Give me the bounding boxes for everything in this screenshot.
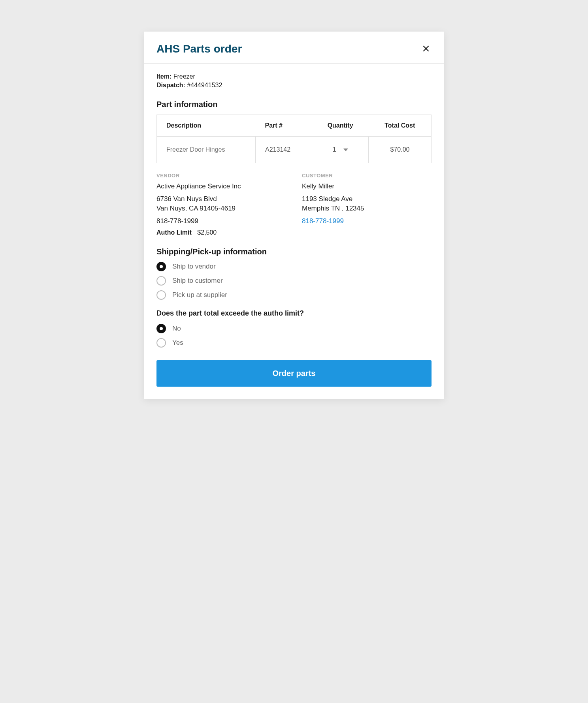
- vendor-address-line2: Van Nuys, CA 91405-4619: [156, 205, 236, 212]
- dispatch-value: #444941532: [185, 82, 222, 88]
- radio-label: Yes: [172, 339, 183, 347]
- radio-pickup-supplier[interactable]: Pick up at supplier: [156, 290, 432, 300]
- modal-body: Item: Freezer Dispatch: #444941532 Part …: [144, 64, 444, 399]
- radio-label: Ship to customer: [172, 277, 223, 285]
- customer-address-line2: Memphis TN , 12345: [302, 205, 364, 212]
- parts-table: Description Part # Quantity Total Cost F…: [156, 115, 432, 163]
- radio-label: Ship to vendor: [172, 263, 216, 271]
- vendor-phone: 818-778-1999: [156, 217, 286, 225]
- table-row: Freezer Door Hinges A213142 1 $70.00: [157, 137, 432, 163]
- item-label: Item:: [156, 73, 172, 80]
- autho-limit-value: $2,500: [197, 229, 217, 236]
- modal-header: AHS Parts order: [144, 32, 444, 64]
- close-icon: [422, 45, 430, 53]
- modal-title: AHS Parts order: [156, 43, 242, 55]
- radio-label: Pick up at supplier: [172, 291, 227, 299]
- col-header-description: Description: [157, 115, 256, 137]
- vendor-label: VENDOR: [156, 173, 286, 179]
- vendor-name: Active Appliance Service Inc: [156, 182, 286, 190]
- col-header-total-cost: Total Cost: [369, 115, 432, 137]
- customer-address: 1193 Sledge Ave Memphis TN , 12345: [302, 194, 432, 213]
- vendor-address-line1: 6736 Van Nuys Blvd: [156, 195, 217, 203]
- vendor-column: VENDOR Active Appliance Service Inc 6736…: [156, 173, 286, 236]
- order-parts-button[interactable]: Order parts: [156, 360, 432, 387]
- shipping-title: Shipping/Pick-up information: [156, 247, 432, 256]
- autho-limit-label: Autho Limit: [156, 229, 192, 236]
- exceed-question: Does the part total exceede the autho li…: [156, 309, 432, 318]
- cell-quantity: 1: [312, 137, 369, 163]
- chevron-down-icon: [343, 148, 348, 151]
- col-header-part-number: Part #: [256, 115, 312, 137]
- close-button[interactable]: [420, 43, 432, 55]
- radio-icon: [156, 276, 166, 286]
- exceed-radio-group: No Yes: [156, 324, 432, 348]
- radio-icon: [156, 290, 166, 300]
- cell-description: Freezer Door Hinges: [157, 137, 256, 163]
- customer-phone-link[interactable]: 818-778-1999: [302, 217, 432, 225]
- item-value: Freezer: [172, 73, 195, 80]
- customer-column: CUSTOMER Kelly Miller 1193 Sledge Ave Me…: [302, 173, 432, 236]
- parts-order-modal: AHS Parts order Item: Freezer Dispatch: …: [144, 32, 444, 399]
- dispatch-label: Dispatch:: [156, 82, 185, 88]
- radio-label: No: [172, 325, 181, 333]
- radio-exceed-no[interactable]: No: [156, 324, 432, 333]
- radio-icon: [156, 338, 166, 348]
- vendor-customer-row: VENDOR Active Appliance Service Inc 6736…: [156, 173, 432, 236]
- vendor-address: 6736 Van Nuys Blvd Van Nuys, CA 91405-46…: [156, 194, 286, 213]
- customer-label: CUSTOMER: [302, 173, 432, 179]
- customer-address-line1: 1193 Sledge Ave: [302, 195, 352, 203]
- col-header-quantity: Quantity: [312, 115, 369, 137]
- radio-exceed-yes[interactable]: Yes: [156, 338, 432, 348]
- item-meta: Item: Freezer: [156, 73, 432, 80]
- shipping-radio-group: Ship to vendor Ship to customer Pick up …: [156, 262, 432, 300]
- cell-part-number: A213142: [256, 137, 312, 163]
- part-info-title: Part information: [156, 100, 432, 109]
- cell-total-cost: $70.00: [369, 137, 432, 163]
- customer-name: Kelly Miller: [302, 182, 432, 190]
- dispatch-meta: Dispatch: #444941532: [156, 82, 432, 89]
- radio-ship-to-vendor[interactable]: Ship to vendor: [156, 262, 432, 271]
- quantity-value: 1: [333, 146, 336, 153]
- autho-limit: Autho Limit $2,500: [156, 229, 286, 236]
- radio-icon: [156, 324, 166, 333]
- radio-icon: [156, 262, 166, 271]
- quantity-select[interactable]: 1: [322, 146, 359, 153]
- radio-ship-to-customer[interactable]: Ship to customer: [156, 276, 432, 286]
